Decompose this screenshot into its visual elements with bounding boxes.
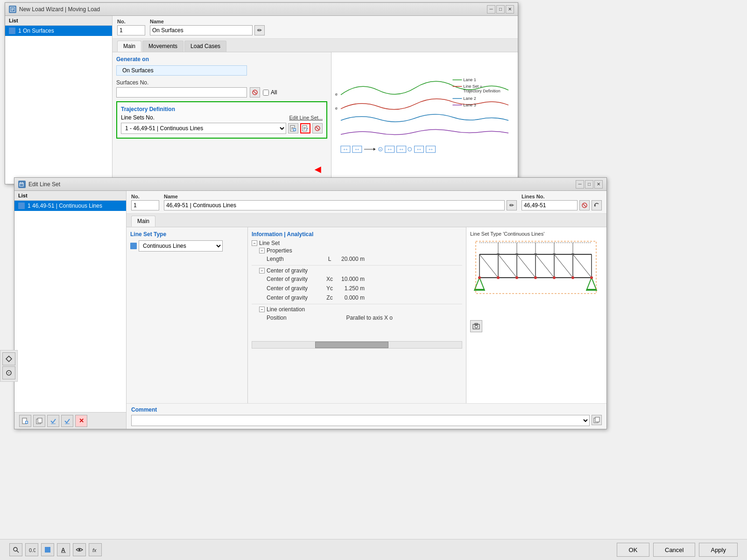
svg-rect-101: [476, 241, 596, 294]
line-set-delete-btn[interactable]: [312, 123, 323, 133]
side-tool-1[interactable]: [2, 352, 15, 365]
wizard-name-edit-btn[interactable]: ✏: [254, 25, 265, 35]
lineset-duplicate-btn[interactable]: [33, 415, 45, 427]
lineset-name-input[interactable]: [164, 200, 505, 210]
svg-line-75: [517, 254, 536, 278]
bottom-box-btn[interactable]: [41, 543, 54, 556]
edit-lineset-minimize-btn[interactable]: ─: [576, 180, 584, 189]
wizard-tab-main[interactable]: Main: [117, 41, 141, 52]
wizard-maximize-btn[interactable]: □: [496, 5, 505, 14]
xc-value-row: Center of gravity Xc 10.000 m: [267, 275, 462, 283]
trajectory-definition-box: Trajectory Definition Line Sets No. Edit…: [116, 101, 327, 139]
svg-text:++: ++: [343, 147, 348, 152]
lineset-type-select[interactable]: Continuous Lines: [139, 240, 223, 252]
lineset-tabs-bar: Main: [127, 214, 606, 227]
wizard-list-item-1-text: 1 On Surfaces: [18, 28, 54, 34]
wizard-tab-load-cases[interactable]: Load Cases: [184, 41, 226, 52]
side-tool-2[interactable]: [2, 366, 15, 379]
collapse-cog[interactable]: −: [259, 268, 265, 273]
lineset-type-icon: [130, 243, 137, 249]
zc-label: Center of gravity: [267, 294, 323, 301]
surfaces-section: Surfaces No. All: [116, 79, 327, 98]
wizard-name-input[interactable]: [150, 25, 253, 35]
lineset-new-btn[interactable]: [19, 415, 31, 427]
collapse-orient[interactable]: −: [259, 307, 265, 312]
all-checkbox[interactable]: [263, 90, 269, 96]
edit-lineset-maximize-btn[interactable]: □: [585, 180, 593, 189]
lineset-check2-btn[interactable]: [61, 415, 73, 427]
svg-line-77: [554, 254, 573, 278]
apply-btn[interactable]: Apply: [699, 543, 738, 557]
line-set-edit-btn[interactable]: [300, 123, 310, 133]
bottom-formula-btn[interactable]: fx: [89, 543, 102, 556]
all-checkbox-label[interactable]: All: [263, 89, 277, 96]
length-value: 20.000 m: [337, 256, 365, 262]
svg-point-109: [14, 547, 17, 551]
lineset-list-panel: List 1 46,49-51 | Continuous Lines: [14, 191, 127, 429]
line-set-dropdown[interactable]: 1 - 46,49-51 | Continuous Lines: [121, 123, 286, 134]
lineset-list-item-1-text: 1 46,49-51 | Continuous Lines: [28, 203, 102, 209]
side-toolbar: [0, 350, 18, 382]
svg-text:Lane 2: Lane 2: [463, 96, 476, 101]
wizard-minimize-btn[interactable]: ─: [487, 5, 495, 14]
wizard-list-item-1[interactable]: 1 On Surfaces: [5, 26, 112, 36]
lineset-name-edit-btn[interactable]: ✏: [507, 200, 517, 210]
lineset-lines-no-label: Lines No.: [521, 194, 602, 199]
svg-point-43: [408, 147, 412, 151]
svg-marker-92: [587, 278, 596, 289]
lineset-lines-filter-btn[interactable]: [579, 200, 590, 210]
diagram-export-btn[interactable]: [470, 320, 482, 332]
xc-key: Xc: [323, 276, 337, 282]
lineset-main: No. Name ✏ Lines No.: [127, 191, 606, 429]
svg-text:Trajectory Definition: Trajectory Definition: [463, 89, 500, 93]
info-scrollbar-thumb[interactable]: [315, 342, 388, 348]
svg-text:e: e: [335, 92, 338, 97]
edit-lineset-close-btn[interactable]: ✕: [594, 180, 603, 189]
lineset-delete-btn[interactable]: ✕: [75, 415, 87, 427]
wizard-tab-movements[interactable]: Movements: [142, 41, 183, 52]
cancel-btn[interactable]: Cancel: [653, 543, 695, 557]
lineset-list-item-1[interactable]: 1 46,49-51 | Continuous Lines: [14, 201, 126, 211]
surfaces-input[interactable]: [116, 87, 247, 98]
surfaces-no-label: Surfaces No.: [116, 79, 327, 86]
lineset-name-input-area: ✏: [164, 200, 517, 210]
lineset-list-header: List: [14, 191, 126, 201]
svg-text:++: ++: [417, 147, 422, 152]
lineset-type-dropdown: Continuous Lines: [130, 240, 244, 252]
svg-marker-90: [475, 278, 484, 289]
comment-copy-btn[interactable]: [592, 415, 602, 425]
svg-point-97: [534, 276, 537, 279]
edit-lineset-title-text: Edit Line Set: [28, 181, 60, 188]
edit-line-set-link[interactable]: Edit Line Set...: [289, 115, 323, 120]
svg-text:0.00: 0.00: [29, 547, 35, 553]
bottom-eye-btn[interactable]: [73, 543, 86, 556]
line-sets-row: Line Sets No. Edit Line Set...: [121, 114, 323, 121]
lineset-lines-undo-btn[interactable]: [592, 200, 602, 210]
lineset-toolbar-left: ✕: [19, 415, 87, 427]
collapse-properties[interactable]: −: [259, 248, 265, 253]
lineset-lines-no-input[interactable]: [521, 200, 578, 210]
yc-label: Center of gravity: [267, 285, 323, 292]
lineset-no-input[interactable]: [131, 200, 159, 210]
lineset-check1-btn[interactable]: [47, 415, 59, 427]
info-scrollbar[interactable]: [252, 341, 462, 349]
bottom-search-btn[interactable]: [9, 543, 22, 556]
bottom-text-btn[interactable]: A: [57, 543, 70, 556]
line-set-new-btn[interactable]: [288, 123, 298, 133]
bottom-number-btn[interactable]: 0.00: [25, 543, 38, 556]
ok-btn[interactable]: OK: [617, 543, 649, 557]
lineset-tab-main[interactable]: Main: [131, 216, 155, 227]
bottom-left-icons: 0.00 A fx: [9, 543, 613, 556]
lineset-no-group: No.: [131, 194, 159, 210]
surfaces-filter-btn[interactable]: [250, 87, 260, 98]
red-arrow-indicator: ▼: [312, 164, 325, 175]
wizard-no-label: No.: [117, 19, 145, 24]
wizard-no-input[interactable]: [117, 25, 145, 35]
collapse-line-set[interactable]: −: [252, 240, 257, 246]
length-value-row: Length L 20.000 m: [267, 255, 462, 263]
comment-dropdown[interactable]: [131, 415, 590, 426]
info-section-title: Information | Analytical: [252, 231, 462, 238]
wizard-close-btn[interactable]: ✕: [506, 5, 514, 14]
line-orient-label: Line orientation: [267, 306, 305, 313]
svg-point-95: [497, 276, 500, 279]
